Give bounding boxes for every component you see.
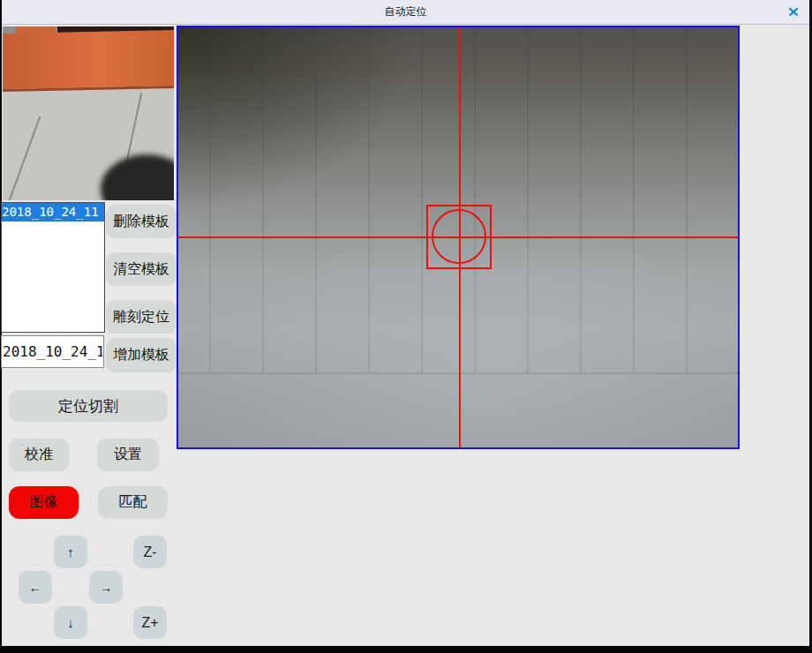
ceiling-line [421, 27, 423, 372]
engrave-position-button[interactable]: 雕刻定位 [106, 300, 177, 334]
dialog-title: 自动定位 [385, 4, 427, 19]
thumbnail-tile-line [3, 116, 41, 200]
clear-templates-button[interactable]: 清空模板 [106, 252, 177, 286]
ceiling-edge-line [178, 372, 738, 374]
list-item[interactable]: 2018_10_24_11 [2, 203, 104, 221]
window-border-bottom [0, 646, 812, 653]
add-template-button[interactable]: 增加模板 [106, 338, 177, 372]
ceiling-line [209, 27, 211, 372]
jog-z-minus-button[interactable]: Z- [133, 536, 167, 568]
calibrate-button[interactable]: 校准 [9, 439, 69, 471]
jog-down-button[interactable]: ↓ [54, 606, 87, 639]
thumbnail-dark-object [101, 154, 174, 200]
jog-z-plus-button[interactable]: Z+ [133, 606, 167, 639]
ceiling-line [527, 27, 529, 372]
ceiling-line [633, 27, 635, 372]
ceiling-line [474, 27, 476, 372]
position-cut-button[interactable]: 定位切割 [9, 390, 168, 422]
jog-right-button[interactable]: → [89, 571, 123, 604]
match-button[interactable]: 匹配 [98, 486, 168, 519]
template-name-input[interactable] [1, 335, 104, 368]
auto-position-dialog: 自动定位 ✕ 2018_10_24_11 删除模板 清空模板 雕刻定位 增加模板… [0, 0, 812, 653]
jog-up-button[interactable]: ↑ [54, 536, 87, 568]
camera-view[interactable] [177, 26, 740, 449]
thumbnail-orange-beam [3, 30, 174, 92]
jog-left-button[interactable]: ← [19, 571, 52, 604]
close-icon[interactable]: ✕ [783, 4, 804, 21]
image-button[interactable]: 图像 [9, 486, 79, 519]
title-bar: 自动定位 ✕ [2, 0, 809, 25]
template-list[interactable]: 2018_10_24_11 [1, 202, 105, 333]
ceiling-line [580, 27, 582, 372]
template-region-circle [432, 209, 486, 264]
ceiling-line [262, 27, 264, 372]
template-thumbnail [3, 26, 174, 200]
ceiling-line [315, 27, 317, 372]
delete-template-button[interactable]: 删除模板 [106, 205, 177, 238]
settings-button[interactable]: 设置 [97, 439, 159, 471]
ceiling-line [368, 27, 370, 372]
ceiling-line [686, 27, 688, 372]
